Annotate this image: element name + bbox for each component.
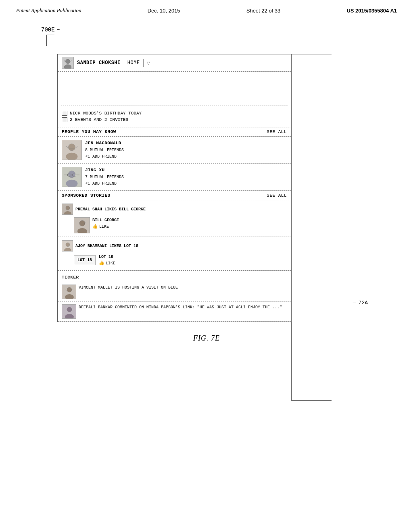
lot18-label: LOT 18 xyxy=(74,255,96,265)
bill-george-name: BILL GEORGE xyxy=(92,217,119,223)
jing-add-friend[interactable]: +1 ADD FRIEND xyxy=(85,181,124,187)
premal-avatar xyxy=(62,204,73,215)
events-text: 2 EVENTS AND 2 INVITES xyxy=(70,117,128,122)
nav-divider2 xyxy=(143,59,144,67)
deepali-avatar xyxy=(62,304,76,319)
jen-name: JEN MACDONALD xyxy=(85,140,124,147)
empty-space xyxy=(58,72,291,104)
jen-avatar xyxy=(62,140,82,160)
ui-mockup: SANDIP CHOKSHI HOME ▽ NICK WOODS'S BIRTH… xyxy=(57,54,291,322)
jing-name: JING XU xyxy=(85,167,124,174)
right-panel-border xyxy=(291,54,332,401)
divider-1 xyxy=(61,106,288,106)
nav-username: SANDIP CHOKSHI xyxy=(77,60,121,66)
lot18-info: LOT 18 👍 LIKE xyxy=(96,254,115,267)
sponsored-see-all[interactable]: SEE ALL xyxy=(267,193,287,198)
figure-arrow xyxy=(46,35,47,46)
sponsored-ajoy: AJOY BHAMBANI LIKES LOT 18 LOT 18 LOT 18… xyxy=(58,237,291,270)
ticker-deepali: DEEPALI BANKAR COMMENTED ON MINDA PAPSON… xyxy=(58,302,291,322)
events-notification: 2 EVENTS AND 2 INVITES xyxy=(62,117,287,122)
nav-bar: SANDIP CHOKSHI HOME ▽ xyxy=(58,54,291,72)
ajoy-top: AJOY BHAMBANI LIKES LOT 18 xyxy=(62,240,287,251)
vincent-avatar xyxy=(62,285,76,299)
person-jen: JEN MACDONALD 8 MUTUAL FRIENDS +1 ADD FR… xyxy=(58,137,291,164)
deepali-text: DEEPALI BANKAR COMMENTED ON MINDA PAPSON… xyxy=(79,304,287,310)
ajoy-avatar xyxy=(62,240,73,251)
figure-id: 700E ⌐ xyxy=(41,26,60,33)
jen-info: JEN MACDONALD 8 MUTUAL FRIENDS +1 ADD FR… xyxy=(85,140,124,160)
sheet-info: Sheet 22 of 33 xyxy=(246,8,281,14)
annotation-72a: — 72A xyxy=(353,300,368,306)
figure-arrow-horizontal xyxy=(46,35,54,35)
sponsored-premal: PREMAL SHAH LIKES BILL GEORGE BILL G xyxy=(58,200,291,237)
bill-george-avatar xyxy=(74,217,90,233)
jen-mutual: 8 MUTUAL FRIENDS xyxy=(85,147,124,154)
nav-divider xyxy=(124,59,124,67)
sponsored-premal-top: PREMAL SHAH LIKES BILL GEORGE xyxy=(62,204,287,215)
person-jing: JING XU 7 MUTUAL FRIENDS +1 ADD FRIEND xyxy=(58,164,291,191)
nav-dropdown-arrow[interactable]: ▽ xyxy=(147,61,150,65)
svg-point-29 xyxy=(66,243,70,247)
events-icon xyxy=(62,117,67,122)
ticker-title: TICKER xyxy=(62,275,79,280)
page-header: Patent Application Publication Dec. 10, … xyxy=(0,0,413,18)
jing-mutual: 7 MUTUAL FRIENDS xyxy=(85,174,124,181)
ticker-header: TICKER xyxy=(58,270,291,282)
notifications-section: NICK WOODS'S BIRTHDAY TODAY 2 EVENTS AND… xyxy=(58,108,291,127)
birthday-notification: NICK WOODS'S BIRTHDAY TODAY xyxy=(62,111,287,116)
annotation-label: 72A xyxy=(359,300,368,306)
svg-point-32 xyxy=(67,287,72,292)
svg-point-37 xyxy=(67,307,72,312)
premal-text: PREMAL SHAH LIKES BILL GEORGE xyxy=(75,207,146,212)
publication-label: Patent Application Publication xyxy=(16,7,81,14)
jing-avatar xyxy=(62,167,82,187)
nav-avatar xyxy=(62,57,74,69)
birthday-icon xyxy=(62,111,67,116)
jing-info: JING XU 7 MUTUAL FRIENDS +1 ADD FRIEND xyxy=(85,167,124,187)
sponsored-title: SPONSORED STORIES xyxy=(62,193,111,198)
birthday-text: NICK WOODS'S BIRTHDAY TODAY xyxy=(70,111,142,116)
people-title: PEOPLE YOU MAY KNOW xyxy=(62,129,116,134)
vincent-text: VINCENT MALLET IS HOSTING A VISIT ON BLU… xyxy=(79,285,287,291)
people-section-header: PEOPLE YOU MAY KNOW SEE ALL xyxy=(58,127,291,137)
lot18-name: LOT 18 xyxy=(99,254,115,260)
jen-add-friend[interactable]: +1 ADD FRIEND xyxy=(85,154,124,160)
svg-point-1 xyxy=(65,59,70,64)
lot18-like[interactable]: 👍 LIKE xyxy=(99,260,115,267)
bill-george-card: BILL GEORGE 👍 LIKE xyxy=(74,217,287,233)
nav-home[interactable]: HOME xyxy=(127,60,140,66)
publication-date: Dec. 10, 2015 xyxy=(148,8,180,14)
lot18-card: LOT 18 LOT 18 👍 LIKE xyxy=(74,254,287,267)
svg-point-13 xyxy=(68,171,75,178)
svg-point-21 xyxy=(66,206,70,210)
ticker-section: TICKER VINCENT MALLET IS HOSTING A VISI xyxy=(58,270,291,322)
svg-point-6 xyxy=(68,144,75,151)
bill-george-info: BILL GEORGE 👍 LIKE xyxy=(92,217,119,230)
svg-point-24 xyxy=(79,220,85,226)
patent-number: US 2015/0355804 A1 xyxy=(346,8,397,14)
sponsored-section-header: SPONSORED STORIES SEE ALL xyxy=(58,191,291,200)
people-see-all[interactable]: SEE ALL xyxy=(267,129,287,134)
bill-george-like[interactable]: 👍 LIKE xyxy=(92,223,119,230)
ticker-vincent: VINCENT MALLET IS HOSTING A VISIT ON BLU… xyxy=(58,282,291,302)
ajoy-text: AJOY BHAMBANI LIKES LOT 18 xyxy=(75,244,138,248)
